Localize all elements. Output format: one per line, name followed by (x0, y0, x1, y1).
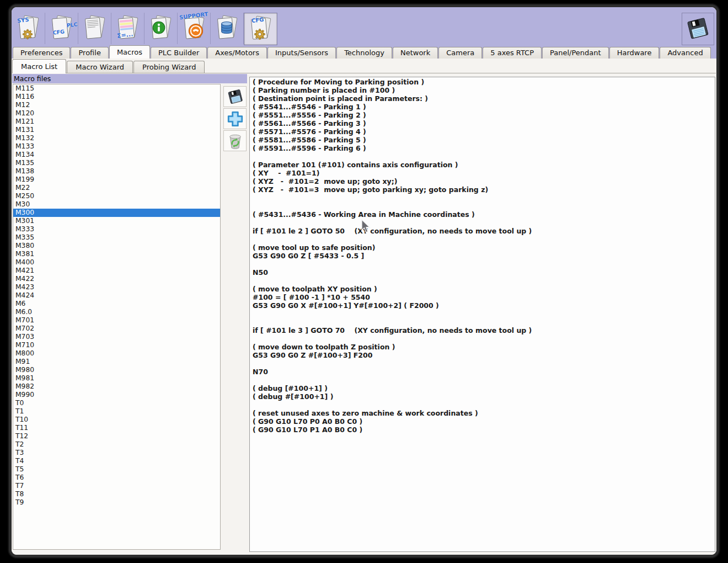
code-line: ( Procedure for Moving to Parking positi… (253, 78, 715, 86)
save-settings-button[interactable] (682, 13, 714, 45)
tab-5-axes-rtcp[interactable]: 5 axes RTCP (483, 47, 542, 59)
list-item[interactable]: T2 (13, 440, 220, 449)
main-tabbar: PreferencesProfileMacrosPLC BuilderAxes/… (12, 46, 716, 59)
list-item[interactable]: M135 (13, 159, 220, 167)
code-line: ( move to toolpath XY position ) (253, 285, 715, 293)
tab-panel-pendant[interactable]: Panel/Pendant (542, 47, 609, 59)
cfg-button[interactable]: CFG (244, 13, 277, 45)
list-item[interactable]: T12 (13, 432, 220, 440)
document-button[interactable] (78, 13, 111, 44)
code-line: ( G90 G10 L70 P0 A0 B0 C0 ) (253, 417, 715, 426)
tab-hardware[interactable]: Hardware (609, 47, 660, 59)
list-item[interactable]: M990 (13, 391, 220, 399)
list-item[interactable]: M133 (13, 142, 220, 151)
list-item[interactable]: M703 (13, 333, 220, 341)
tab-profile[interactable]: Profile (71, 47, 108, 59)
list-item[interactable]: M22 (13, 184, 220, 192)
list-item[interactable]: T11 (13, 424, 220, 432)
list-item[interactable]: M115 (13, 84, 220, 93)
list-item[interactable]: T4 (13, 457, 220, 465)
list-item[interactable]: M335 (13, 233, 220, 242)
list-item[interactable]: M120 (13, 109, 220, 118)
list-item[interactable]: T5 (13, 465, 220, 474)
list-item[interactable]: M199 (13, 176, 220, 184)
macro-file-list[interactable]: M115M116M12M120M121M131M132M133M134M135M… (13, 84, 221, 550)
tab-axes-motors[interactable]: Axes/Motors (207, 47, 267, 59)
list-item[interactable]: T8 (13, 490, 220, 498)
code-line: ( Destination point is placed in Paramet… (253, 94, 715, 103)
list-item[interactable]: M131 (13, 126, 220, 134)
list-item[interactable]: M138 (13, 167, 220, 176)
application-window: SYS PLCCFG (9, 4, 719, 557)
list-item[interactable]: M702 (13, 325, 220, 333)
code-line (253, 260, 715, 268)
list-item[interactable]: M980 (13, 366, 220, 374)
list-item[interactable]: M400 (13, 258, 220, 267)
code-line: ( #5561...#5566 - Parking 3 ) (253, 119, 715, 128)
list-item[interactable]: T0 (13, 399, 220, 407)
tab-macros[interactable]: Macros (109, 45, 150, 59)
text-document-icon (82, 15, 108, 41)
code-line (253, 219, 715, 227)
database-button[interactable] (211, 13, 244, 44)
list-item[interactable]: M800 (13, 349, 220, 358)
list-item[interactable]: M6.0 (13, 308, 220, 316)
report-button[interactable]: Σ=... (111, 13, 144, 44)
save-macro-button[interactable] (223, 86, 247, 107)
list-item[interactable]: M301 (13, 217, 220, 225)
tab-preferences[interactable]: Preferences (13, 47, 70, 59)
list-item[interactable]: M250 (13, 192, 220, 200)
list-item[interactable]: T10 (13, 416, 220, 424)
list-item[interactable]: M981 (13, 374, 220, 383)
list-item[interactable]: M710 (13, 341, 220, 349)
code-line (253, 318, 715, 326)
list-item[interactable]: M982 (13, 383, 220, 391)
list-item[interactable]: T7 (13, 482, 220, 490)
list-item[interactable]: M421 (13, 267, 220, 275)
list-item[interactable]: M30 (13, 200, 220, 209)
list-item[interactable]: M132 (13, 134, 220, 142)
plc-config-button[interactable]: PLCCFG (45, 13, 78, 44)
list-item[interactable]: M701 (13, 316, 220, 325)
system-settings-button[interactable]: SYS (12, 13, 45, 44)
list-item[interactable]: M423 (13, 283, 220, 291)
list-item[interactable]: T6 (13, 474, 220, 482)
tab-network[interactable]: Network (393, 47, 438, 59)
info-button[interactable] (144, 13, 178, 44)
add-macro-button[interactable] (223, 108, 247, 129)
list-item[interactable]: M300 (13, 209, 220, 217)
info-icon (152, 20, 166, 35)
tab-inputs-sensors[interactable]: Inputs/Sensors (267, 47, 336, 59)
list-item[interactable]: M333 (13, 225, 220, 233)
subtab-macro-list[interactable]: Macro List (12, 59, 66, 73)
code-line (253, 310, 715, 318)
list-item[interactable]: T3 (13, 449, 220, 457)
list-item[interactable]: M422 (13, 275, 220, 283)
list-item[interactable]: M12 (13, 101, 220, 109)
tab-technology[interactable]: Technology (336, 47, 392, 59)
code-line: ( debug [#100+1] ) (253, 384, 715, 392)
tab-plc-builder[interactable]: PLC Builder (151, 47, 207, 59)
subtab-probing-wizard[interactable]: Probing Wizard (133, 61, 205, 73)
macro-editor[interactable]: ( Procedure for Moving to Parking positi… (249, 77, 715, 552)
list-item[interactable]: M424 (13, 291, 220, 300)
list-item[interactable]: T9 (13, 498, 220, 507)
list-item[interactable]: M6 (13, 300, 220, 308)
list-item[interactable]: M134 (13, 151, 220, 159)
list-item[interactable]: T1 (13, 407, 220, 416)
list-item[interactable]: M116 (13, 93, 220, 101)
code-line: G53 G90 G0 Z #[#100+3] F200 (253, 351, 715, 359)
delete-macro-button[interactable] (223, 130, 247, 151)
sub-tabbar: Macro ListMacro WizardProbing Wizard (12, 60, 716, 73)
subtab-macro-wizard[interactable]: Macro Wizard (67, 61, 133, 73)
code-line: ( G90 G10 L70 P1 A0 B0 C0 ) (253, 426, 715, 434)
support-button[interactable]: SUPPORT (178, 13, 211, 44)
list-item[interactable]: M91 (13, 358, 220, 366)
list-item[interactable]: M380 (13, 242, 220, 250)
list-item[interactable]: M121 (13, 118, 220, 126)
code-line (253, 359, 715, 368)
list-item[interactable]: M381 (13, 250, 220, 258)
tab-camera[interactable]: Camera (438, 47, 482, 59)
tab-advanced[interactable]: Advanced (660, 47, 710, 59)
code-line: G53 G90 G0 Z [ #5433 - 0.5 ] (253, 252, 715, 260)
